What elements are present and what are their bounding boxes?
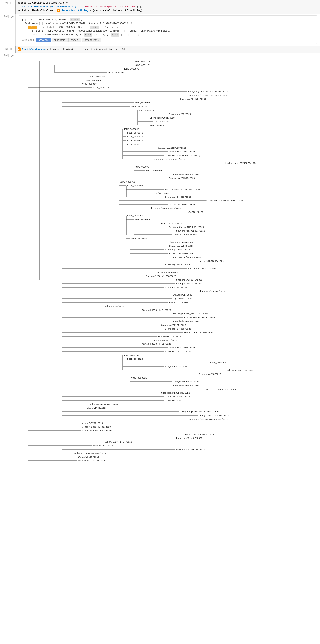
label-n0606: NODE_0000606 xyxy=(127,184,143,187)
label-sg15: Singapore/15/2020 xyxy=(165,365,187,368)
output-content-1: {⟨| Label → NODE_0003528, Score → ⋯ 22 ⋯… xyxy=(15,14,320,46)
label-n0770: NODE_0000770 xyxy=(120,181,135,183)
label-avic13: Australia/VIC13/2020 xyxy=(165,350,191,353)
tree-svg-container: NODE_0001134 NODE_0001131 NODE_0000970 N… xyxy=(17,54,319,468)
label-jpkyv029: Japan/KY–V–029/2020 xyxy=(165,396,190,398)
label-sh0041: Shanghai/SH0041/2020 xyxy=(176,279,202,281)
input-code-2: ▸ NewickDendrogram ▸ [truncateNewickAtDe… xyxy=(18,48,318,51)
input-label-1: In[·]:= xyxy=(0,0,15,4)
label-n0978: NODE_0000978 xyxy=(135,102,150,104)
label-n0756: NODE_0000756 xyxy=(127,214,143,217)
label-bj01: Beijing/Wuhan_IME–BJ01/2020 xyxy=(165,188,200,191)
label-n0710: NODE_0000710 xyxy=(154,120,169,123)
label-ynivdc: Yunnan/IVDC–YN–003/2020 xyxy=(146,275,176,277)
label-sg20: Singapore/20/2020 xyxy=(169,113,191,115)
output-label-2: Out[·]= xyxy=(0,52,15,57)
label-hbcdc022020: Wuhan/HBCDC–HB–02/2020 xyxy=(142,343,171,345)
badge-14: ⋯ 14 ⋯ xyxy=(28,26,37,29)
label-n0021: NODE_0000021 xyxy=(131,377,147,379)
label-gd20sf115: Guangdong/20SF115/2020 xyxy=(157,147,186,149)
label-gd2020258: Guangdong/GD2020258–P0018/2020 xyxy=(188,94,227,96)
label-sdly004: Shandong/LY004/2020 xyxy=(169,241,193,244)
label-n0821: NODE_0000821 xyxy=(127,139,143,142)
label-sh0115: Shanghai/SH0115/2020 xyxy=(199,290,225,292)
output-label-1: Out[·]= xyxy=(0,14,15,18)
label-wh04: Wuhan/WH04/2020 xyxy=(105,305,124,308)
label-nz: NewZealand/20VR0276/2020 xyxy=(225,162,257,164)
label-ivdchb04: Wuhan/IVDC–HB–04/2020 xyxy=(105,441,132,443)
label-n0846: NODE_0000846 xyxy=(127,132,143,134)
label-ahsz005: Anhui/SZ005/2020 xyxy=(157,271,178,274)
label-sh0053: Shanghai/SH0053/2020 xyxy=(173,380,199,383)
notebook-container: In[·]:= nextstrainGlobalNewickTimeString… xyxy=(0,0,320,644)
label-ivdchb05: Wuhan/IVDC–HB–05/2019 xyxy=(78,460,106,462)
label-ipbcams01: Wuhan/IPBCAMS–WH–01/2019 xyxy=(75,452,106,454)
label-bj04: Beijing/Wuhan_IME–BJ04/2020 xyxy=(169,226,204,228)
label-NODE_0000520: NODE_0000520 xyxy=(90,75,105,78)
output-cell-2: Out[·]= NODE_0001134 xyxy=(0,52,320,469)
label-wiv07: Wuhan/WIV07/2019 xyxy=(82,422,103,424)
output-cell-1: Out[·]= {⟨| Label → NODE_0003528, Score … xyxy=(0,14,320,46)
label-wiv05: Wuhan/WIV05/2019 xyxy=(78,456,99,458)
input-content-2: ▸ NewickDendrogram ▸ [truncateNewickAtDe… xyxy=(15,46,320,52)
label-n0675: NODE_0000675 xyxy=(127,143,143,146)
label-xn4448: Guangdong/2020XN4448–P0002/2020 xyxy=(188,418,228,420)
label-tian07: Tianmen/HBCDC–HB–07/2020 xyxy=(184,316,215,319)
input-cell-2: In[·]:= ▸ NewickDendrogram ▸ [truncateNe… xyxy=(0,46,320,52)
show-all-button[interactable]: show all xyxy=(69,38,82,42)
label-n0848: NODE_0000848 xyxy=(124,128,139,130)
label-kcdc24: SouthKorea/KCDC24/2020 xyxy=(188,267,216,270)
label-sdly005: Shandong/LY005/2020 xyxy=(169,245,193,247)
output-box-1: {⟨| Label → NODE_0003528, Score → ⋯ 22 ⋯… xyxy=(19,16,317,44)
label-NODE_0000907: NODE_0000907 xyxy=(108,72,124,74)
label-sg13: Singapore/13/2020 xyxy=(199,373,221,375)
label-hbcdc022019: Wuhan/HBCDC–HB–02/2019 xyxy=(90,403,118,406)
label-sh0035: Shanghai/SH0035/2020 xyxy=(173,173,199,176)
label-jx39: Nanchang/JX39/2020 xyxy=(165,286,188,289)
label-n0727: NODE_0000727 xyxy=(210,362,226,364)
label-NODE_0000970: NODE_0000970 xyxy=(124,68,139,70)
tree-content: NODE_0001134 NODE_0001131 NODE_0000970 N… xyxy=(15,52,320,469)
label-sh0026: Shanghai/SH0026/2020 xyxy=(176,282,202,285)
code-var-1: nextstrainGlobalNewickTimeString xyxy=(18,2,65,4)
show-more-button[interactable]: show more xyxy=(52,38,68,42)
label-n0089: NODE_0000089 xyxy=(146,170,162,172)
label-gd20sf243: Guangdong/20SF243/2020 xyxy=(161,392,190,394)
label-ipbcams03: Wuhan/IPBCAMS–WH–03/2019 xyxy=(82,430,113,432)
show-less-button[interactable]: show less xyxy=(36,38,51,42)
label-aqld02: Australia/QLD02/2020 xyxy=(169,177,195,179)
label-sh0059: Shanghai/SH0059/2020 xyxy=(165,196,191,198)
code-fn-import: Import xyxy=(21,5,30,8)
fn-badge-2: ▸ xyxy=(18,48,21,51)
label-usca1: USA/CA1/2020_travel_history xyxy=(165,154,200,157)
label-gdgsz: Guangdong/GDSZ202004–P0004/2020 xyxy=(188,90,228,93)
label-NODE_0000345: NODE_0000345 xyxy=(93,86,109,89)
label-n0974: NODE_0000974 xyxy=(131,105,147,108)
label-szhku: Shenzhen/HKU–SZ–005/2020 xyxy=(150,207,181,210)
label-sh0088: Shanghai/SH0088/2020 xyxy=(173,384,199,387)
label-n0744: NODE_0000744 xyxy=(131,237,147,240)
label-wh01: Wuhan/WH01/2019 xyxy=(93,444,113,447)
badge-1b: ⋯ 1 ⋯ xyxy=(111,33,119,36)
label-ustx1: USA/TX1/2020 xyxy=(188,211,203,213)
label-gd20sf179: Guangdong/20SF179/2020 xyxy=(176,448,205,451)
label-turkey: Turkey/HSGM–5770/2020 xyxy=(225,369,253,372)
label-sichuan: Sichuan/IVDC–SC–001/2020 xyxy=(154,158,185,160)
label-en02: England/02/2020 xyxy=(173,294,192,296)
label-wiv02: Wuhan/WIV02/2019 xyxy=(86,407,107,409)
badge-1a: ⋯ 1 ⋯ xyxy=(84,33,92,36)
label-NODE_0001134: NODE_0001134 xyxy=(135,60,150,62)
label-hbcdc06: Wuhan/HBCDC–HB–06/2020 xyxy=(184,332,212,334)
output-text-1: {⟨| Label → NODE_0003528, Score → ⋯ 22 ⋯… xyxy=(22,18,314,37)
label-n0972: NODE_0000972 xyxy=(139,109,154,112)
large-output-label: large output xyxy=(22,38,34,41)
label-n0678: NODE_0000678 xyxy=(127,136,143,138)
label-n0038: NODE_0000038 xyxy=(135,218,150,221)
label-answ04: Australia/NSW04/2020 xyxy=(169,203,195,206)
label-sh0030: Shanghai/SH0030/2020 xyxy=(173,320,199,322)
label-kcdc07: SouthKorea/KCDC07/2020 xyxy=(176,230,205,232)
tree-svg: NODE_0001134 NODE_0001131 NODE_0000970 N… xyxy=(17,54,319,468)
set-size-limit-button[interactable]: set size limit... xyxy=(82,38,101,42)
label-kcdc2003: Korea/KCDC2003/2020 xyxy=(199,260,224,262)
label-usca8: USA/CA8/2020 xyxy=(165,399,181,402)
